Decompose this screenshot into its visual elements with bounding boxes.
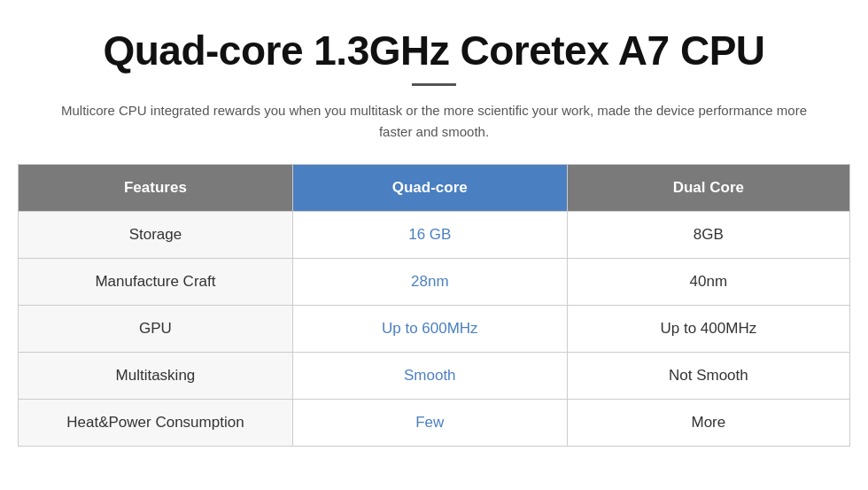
cell-feature: Storage [19, 212, 293, 259]
header-dualcore: Dual Core [567, 165, 849, 212]
table-row: MultitaskingSmoothNot Smooth [19, 353, 850, 400]
cell-feature: Manufacture Craft [19, 259, 293, 306]
table-row: GPUUp to 600MHzUp to 400MHz [19, 306, 850, 353]
cell-dualcore: Not Smooth [567, 353, 849, 400]
cell-dualcore: More [567, 400, 849, 447]
cell-quadcore: 16 GB [292, 212, 567, 259]
cell-feature: Heat&Power Consumption [19, 400, 293, 447]
table-row: Storage16 GB8GB [19, 212, 850, 259]
cell-dualcore: 8GB [567, 212, 849, 259]
page-title: Quad-core 1.3GHz Coretex A7 CPU [103, 27, 764, 74]
cell-feature: GPU [19, 306, 293, 353]
comparison-table: Features Quad-core Dual Core Storage16 G… [18, 164, 850, 447]
cell-feature: Multitasking [19, 353, 293, 400]
cell-quadcore: Up to 600MHz [292, 306, 567, 353]
table-row: Manufacture Craft28nm40nm [19, 259, 850, 306]
table-row: Heat&Power ConsumptionFewMore [19, 400, 850, 447]
title-divider [412, 83, 456, 86]
cell-quadcore: Smooth [292, 353, 567, 400]
header-quadcore: Quad-core [292, 165, 567, 212]
cell-quadcore: 28nm [292, 259, 567, 306]
header-features: Features [19, 165, 293, 212]
cell-dualcore: Up to 400MHz [567, 306, 849, 353]
subtitle-text: Multicore CPU integrated rewards you whe… [53, 100, 815, 143]
cell-dualcore: 40nm [567, 259, 849, 306]
cell-quadcore: Few [292, 400, 567, 447]
